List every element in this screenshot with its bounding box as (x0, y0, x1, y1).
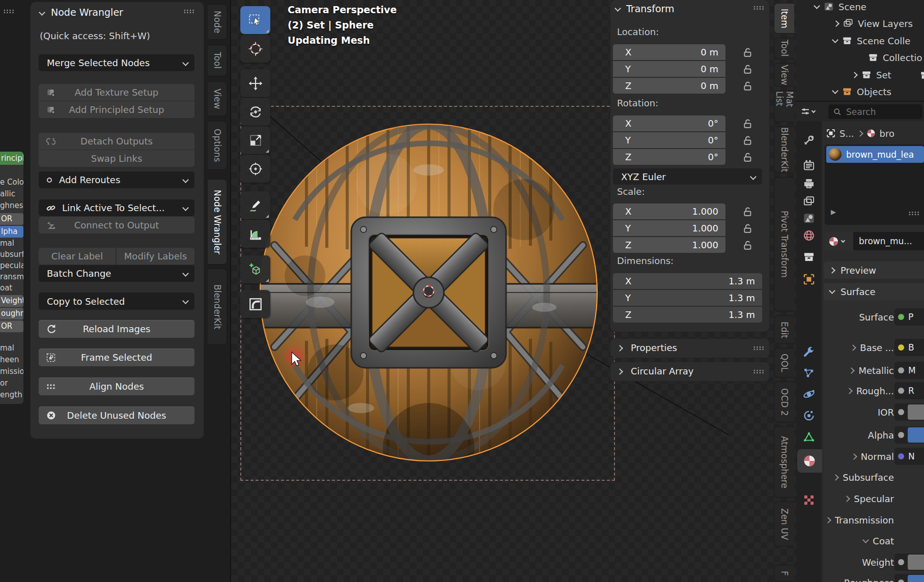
normal-field[interactable]: N (894, 448, 924, 465)
rotation-mode-dropdown[interactable]: XYZ Euler (613, 168, 762, 185)
material-datablock-menu[interactable] (825, 232, 853, 250)
roughness-row[interactable]: Rough... (824, 382, 894, 399)
view-layer-properties-tab-icon[interactable] (802, 195, 816, 208)
chevron-right-icon[interactable] (844, 496, 850, 502)
metallic-row[interactable]: Metallic (824, 362, 894, 379)
search-input[interactable] (846, 107, 907, 117)
chevron-right-icon[interactable] (849, 367, 855, 374)
texture-properties-tab-icon[interactable] (802, 493, 816, 507)
base-color-field[interactable]: B (894, 339, 924, 356)
tool-add-cube[interactable] (240, 255, 270, 283)
unlock-icon[interactable] (742, 118, 753, 129)
copy-to-selected-dropdown[interactable]: Copy to Selected (39, 293, 194, 310)
swap-links-button[interactable]: Swap Links (39, 150, 194, 167)
chevron-right-icon[interactable] (850, 344, 856, 351)
tab-edit[interactable]: Edit (774, 315, 794, 344)
tab-ocd2[interactable]: OCD 2 (774, 382, 794, 422)
dimensions-y-field[interactable]: Y1.3 m (613, 290, 762, 306)
merge-selected-nodes-dropdown[interactable]: Merge Selected Nodes (39, 54, 194, 71)
outliner-row-scene[interactable]: Scene (815, 1, 866, 13)
outliner-row-scene-collection[interactable]: Scene Colle (833, 35, 910, 47)
scene-properties-tab-icon[interactable] (802, 212, 816, 225)
modifier-properties-tab-icon[interactable] (802, 345, 816, 359)
tab-node-wrangler-active[interactable]: Node Wrangler (208, 179, 227, 265)
base-color-row[interactable]: Base ... (824, 339, 894, 356)
node-value-field[interactable]: oughnes (0, 308, 23, 319)
unlock-icon[interactable] (742, 80, 753, 92)
collection-properties-tab-icon[interactable] (802, 250, 816, 264)
tab-atmosphere[interactable]: Atmosphere (774, 426, 794, 498)
outliner-row-set[interactable]: Set (852, 69, 891, 81)
connect-to-output-button[interactable]: Connect to Output (39, 217, 194, 234)
chevron-down-icon[interactable] (862, 537, 869, 543)
tab-options[interactable]: Options (208, 121, 227, 170)
particles-properties-tab-icon[interactable] (802, 366, 816, 380)
batch-change-dropdown[interactable]: Batch Change (39, 265, 194, 282)
location-y-field[interactable]: Y0 m (613, 61, 725, 77)
tab-partial[interactable]: F (774, 565, 794, 582)
normal-row[interactable]: Normal (824, 448, 894, 465)
material-properties-tab-icon[interactable] (802, 454, 817, 468)
outliner-row-collection[interactable]: Collectio (867, 51, 922, 64)
object-data-properties-tab-icon[interactable] (802, 430, 816, 444)
tab-blenderkit-right[interactable]: BlenderKit (774, 126, 794, 173)
link-active-to-selected-dropdown[interactable]: Link Active To Select... (39, 199, 194, 216)
reload-images-button[interactable]: Reload Images (39, 320, 194, 338)
properties-collapsed-panel[interactable]: Properties (610, 339, 769, 358)
outliner-row-objects[interactable]: Objects (833, 85, 891, 98)
scale-y-field[interactable]: Y1.000 (613, 220, 725, 236)
panel-drag-handle[interactable] (753, 346, 764, 351)
unlock-icon[interactable] (742, 47, 753, 58)
dimensions-x-field[interactable]: X1.3 m (613, 273, 762, 289)
tool-rounded-corner[interactable] (240, 290, 270, 318)
physics-properties-tab-icon[interactable] (802, 388, 816, 401)
dimensions-z-field[interactable]: Z1.3 m (613, 307, 762, 323)
editor-handle-dots[interactable] (3, 9, 14, 14)
node-value-field[interactable]: OR (0, 321, 23, 332)
chevron-down-icon[interactable] (832, 88, 838, 94)
material-name-field[interactable]: brown_mu... (853, 232, 924, 250)
unlock-icon[interactable] (742, 223, 753, 234)
panel-drag-handle[interactable] (183, 9, 194, 14)
circular-array-collapsed-panel[interactable]: Circular Array (610, 362, 769, 381)
node-value-field[interactable]: OR (0, 213, 23, 225)
ior-slider[interactable] (894, 403, 924, 421)
unlock-icon[interactable] (742, 240, 753, 251)
chevron-right-icon[interactable] (851, 453, 857, 460)
unlock-icon[interactable] (742, 135, 753, 146)
material-slot-selected[interactable]: brown_mud_lea (826, 146, 924, 163)
node-value-field-selected[interactable]: lpha (0, 226, 23, 238)
chevron-right-icon[interactable] (833, 20, 839, 27)
tab-qol[interactable]: QOL (774, 348, 794, 377)
tab-pivot-transform[interactable]: Pivot Transform (774, 177, 794, 311)
transmission-row[interactable]: Transmission (824, 511, 894, 529)
slot-specials-button[interactable]: ▶ (831, 208, 836, 216)
panel-drag-handle[interactable] (753, 6, 764, 10)
location-z-field[interactable]: Z0 m (613, 78, 725, 94)
world-properties-tab-icon[interactable] (802, 229, 816, 242)
add-reroutes-dropdown[interactable]: Add Reroutes (39, 171, 194, 188)
tab-zen-uv[interactable]: Zen UV (774, 502, 794, 546)
chevron-down-icon[interactable] (814, 3, 820, 9)
constraints-properties-tab-icon[interactable] (802, 409, 816, 422)
breadcrumb-material[interactable]: bro (880, 128, 894, 139)
tool-cursor[interactable] (240, 35, 270, 63)
metallic-field[interactable]: M (894, 362, 924, 379)
render-properties-tab-icon[interactable] (802, 159, 816, 172)
alpha-slider[interactable] (894, 426, 924, 444)
roughness-field[interactable]: R (894, 382, 924, 399)
location-x-field[interactable]: X0 m (613, 44, 725, 60)
chevron-down-icon[interactable] (832, 37, 838, 43)
tab-view[interactable]: View (208, 81, 227, 116)
tab-node[interactable]: Node (208, 4, 227, 40)
rotation-x-field[interactable]: X0° (613, 115, 725, 131)
tab-view-right[interactable]: View (774, 63, 794, 86)
tab-item-active[interactable]: Item (774, 3, 794, 34)
tab-blenderkit[interactable]: BlenderKit (208, 269, 227, 345)
align-nodes-button[interactable]: Align Nodes (39, 377, 194, 395)
principled-node-clipped[interactable]: rincipled e Color allic ghness OR lpha m… (0, 152, 23, 404)
tool-annotate[interactable] (240, 191, 270, 219)
output-properties-tab-icon[interactable] (802, 177, 816, 190)
unlock-icon[interactable] (742, 152, 753, 163)
chevron-right-icon[interactable] (851, 72, 858, 78)
